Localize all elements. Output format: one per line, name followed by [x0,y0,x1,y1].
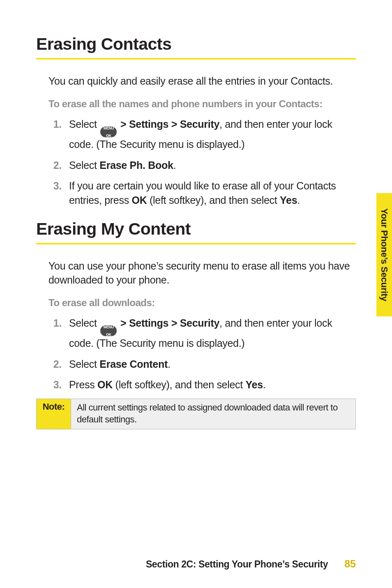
icon-top: MENU [104,127,114,130]
steps-erasing-contacts: 1. Select MENUOK > Settings > Security, … [48,117,356,208]
subhead-erase-downloads: To erase all downloads: [48,297,356,309]
page-number: 85 [344,558,356,570]
step-number: 1. [48,117,62,152]
step-body: Select MENUOK > Settings > Security, and… [69,117,356,152]
text: . [297,194,300,206]
text: . [263,379,266,390]
heading-underline [36,58,356,60]
subhead-erase-contacts: To erase all the names and phone numbers… [48,98,356,110]
text: Select [69,159,99,171]
intro-erasing-my-content: You can use your phone’s security menu t… [48,259,356,287]
steps-erasing-my-content: 1. Select MENUOK > Settings > Security, … [48,316,356,392]
nav-path: > Settings > Security [118,118,219,130]
note-box: Note: All current settings related to as… [36,399,356,429]
step-body: Select MENUOK > Settings > Security, and… [69,316,356,350]
list-item: 1. Select MENUOK > Settings > Security, … [48,117,356,152]
menu-option: Erase Ph. Book [99,159,173,171]
footer-section-title: Section 2C: Setting Your Phone’s Securit… [146,559,328,570]
softkey-ok: OK [132,194,147,206]
icon-bot: OK [104,333,114,337]
menu-ok-icon: MENUOK [100,325,117,336]
option-yes: Yes [280,194,297,206]
side-tab: Your Phone’s Security [376,193,392,316]
list-item: 3. If you are certain you would like to … [48,179,356,207]
step-body: If you are certain you would like to era… [69,179,356,207]
text: Select [69,317,99,329]
step-number: 3. [48,179,62,207]
list-item: 2. Select Erase Content. [48,357,356,371]
list-item: 1. Select MENUOK > Settings > Security, … [48,316,356,350]
step-body: Select Erase Ph. Book. [69,158,356,173]
note-text: All current settings related to assigned… [71,399,355,429]
step-number: 2. [48,158,62,173]
heading-erasing-contacts: Erasing Contacts [36,35,356,54]
heading-erasing-my-content: Erasing My Content [36,219,356,239]
icon-top: MENU [104,325,114,329]
text: Select [69,118,99,130]
icon-bot: OK [104,134,114,138]
intro-erasing-contacts: You can quickly and easily erase all the… [48,74,356,88]
list-item: 2. Select Erase Ph. Book. [48,158,356,173]
option-yes: Yes [246,379,263,390]
step-number: 3. [48,378,62,392]
text: (left softkey), and then select [113,379,246,390]
page: Erasing Contacts You can quickly and eas… [0,0,392,588]
note-label: Note: [37,399,71,429]
list-item: 3. Press OK (left softkey), and then sel… [48,378,356,392]
step-body: Press OK (left softkey), and then select… [69,378,356,392]
step-body: Select Erase Content. [69,357,356,371]
page-footer: Section 2C: Setting Your Phone’s Securit… [0,558,392,570]
menu-option: Erase Content [99,358,168,370]
text: Press [69,379,97,390]
heading-underline [36,243,356,244]
menu-ok-icon: MENUOK [100,127,117,137]
side-tab-label: Your Phone’s Security [379,208,390,301]
text: Select [69,358,99,370]
softkey-ok: OK [97,379,113,390]
text: . [168,358,171,370]
text: (left softkey), and then select [147,194,280,206]
step-number: 1. [48,316,62,350]
step-number: 2. [48,357,62,371]
text: . [173,159,176,171]
nav-path: > Settings > Security [118,317,219,329]
